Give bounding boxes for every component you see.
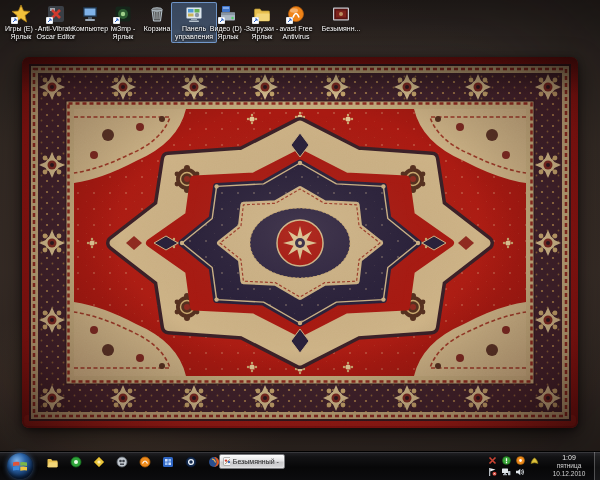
shortcut-arrow-icon [286, 17, 293, 24]
show-desktop-button[interactable] [594, 452, 600, 480]
green-app-icon [70, 456, 82, 468]
shortcut-arrow-icon [46, 17, 53, 24]
icon-label: avast Free Antivirus [274, 25, 318, 41]
taskbar-window-button-paint[interactable]: Безымянный - Paint [219, 454, 285, 469]
taskbar-pin-orange-app[interactable] [133, 454, 156, 470]
taskbar-pin-green-app[interactable] [64, 454, 87, 470]
tray-row-2 [487, 467, 525, 477]
start-button[interactable] [7, 453, 33, 479]
desktop-icon-avast[interactable]: avast Free Antivirus [274, 4, 318, 41]
taskbar-pin-blue-app[interactable] [156, 454, 179, 470]
windows-logo-icon [12, 459, 28, 473]
desktop-wall: Игры (Е) - Ярлык Anti-Vibrate Oscar Edit… [0, 0, 600, 452]
orange-tray-icon[interactable] [515, 455, 525, 465]
taskbar: Безымянный - Paint 1:09 пятница 10.12.20… [0, 451, 600, 480]
orange-app-icon [139, 456, 151, 468]
shortcut-arrow-icon [113, 17, 120, 24]
clock-weekday: пятница [546, 462, 592, 470]
dark-round-app-icon [185, 456, 197, 468]
gold-app-icon [93, 456, 105, 468]
green-tray-icon[interactable] [501, 455, 511, 465]
red-x-tray-icon[interactable] [487, 455, 497, 465]
taskbar-pin-explorer[interactable] [41, 454, 64, 470]
action-center-flag-icon[interactable] [487, 467, 497, 477]
carpet-wallpaper [22, 57, 578, 428]
clock-time: 1:09 [546, 454, 592, 462]
volume-icon[interactable] [515, 467, 525, 477]
shortcut-arrow-icon [252, 17, 259, 24]
browser-app-icon [208, 456, 220, 468]
paint-icon [223, 457, 230, 466]
taskbar-pin-gold-app[interactable] [87, 454, 110, 470]
tray-row-1 [487, 455, 539, 465]
control-panel-icon [184, 4, 204, 24]
taskbar-pin-dark-round-app[interactable] [179, 454, 202, 470]
carpet-art [22, 57, 578, 428]
yellow-tray-icon[interactable] [529, 455, 539, 465]
taskbar-pinned-apps [41, 454, 225, 470]
shortcut-arrow-icon [218, 17, 225, 24]
image-thumbnail-icon [331, 4, 351, 24]
window-button-label: Безымянный - Paint [233, 458, 281, 465]
network-icon[interactable] [501, 467, 511, 477]
blue-app-icon [162, 456, 174, 468]
taskbar-pin-grey-app[interactable] [110, 454, 133, 470]
icon-label: Безымянн... [319, 25, 363, 33]
recycle-bin-icon [147, 4, 167, 24]
grey-app-icon [116, 456, 128, 468]
desktop-icon-untitled-image[interactable]: Безымянн... [319, 4, 363, 33]
shortcut-arrow-icon [11, 17, 18, 24]
explorer-folder-icon [46, 456, 59, 469]
taskbar-clock[interactable]: 1:09 пятница 10.12.2010 [546, 454, 592, 478]
clock-date: 10.12.2010 [546, 470, 592, 478]
computer-icon [80, 4, 100, 24]
